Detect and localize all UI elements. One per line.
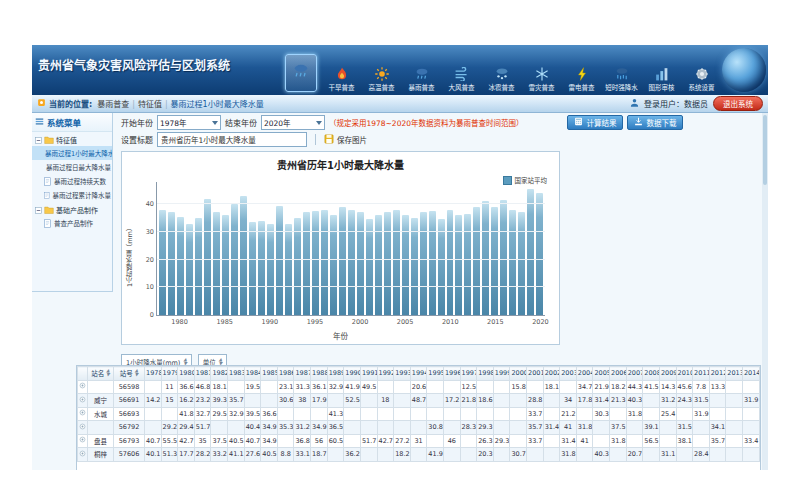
- value-cell: [460, 407, 477, 421]
- nav-item-label: 短时强降水: [605, 82, 638, 92]
- year-header-1986[interactable]: 1986: [277, 367, 294, 381]
- year-header-1992[interactable]: 1992: [377, 367, 394, 381]
- nav-item-hail[interactable]: 冰雹普查: [483, 66, 520, 92]
- nav-item-gear[interactable]: 系统设置: [683, 66, 720, 92]
- value-cell: [410, 407, 427, 421]
- scrollbar-thumb[interactable]: [763, 115, 767, 185]
- vertical-scrollbar[interactable]: [762, 113, 768, 470]
- user-icon: [630, 98, 639, 109]
- year-header-1989[interactable]: 1989: [327, 367, 344, 381]
- year-header-1993[interactable]: 1993: [394, 367, 411, 381]
- value-cell: [145, 421, 162, 435]
- value-cell: 30.3: [593, 407, 610, 421]
- tree-item[interactable]: 暴雨过程1小时最大降水量: [32, 146, 112, 160]
- value-cell: 40.1: [145, 448, 162, 462]
- download-data-button[interactable]: 数据下载: [627, 115, 683, 130]
- value-cell: 32.9: [228, 407, 245, 421]
- year-header-1981[interactable]: 1981: [194, 367, 211, 381]
- nav-item-flame[interactable]: 干旱普查: [323, 66, 360, 92]
- tree-item[interactable]: 暴雨过程日最大降水量: [32, 160, 112, 174]
- end-year-label: 结束年份: [225, 117, 257, 128]
- nav-item-rain[interactable]: 暴雨普查: [403, 66, 440, 92]
- value-cell: 32.9: [327, 380, 344, 394]
- y-tick-label: 40: [139, 200, 154, 208]
- breadcrumb-item[interactable]: 暴雨过程1小时最大降水量: [171, 100, 264, 109]
- row-select-radio[interactable]: [79, 383, 86, 391]
- year-header-1979[interactable]: 1979: [161, 367, 178, 381]
- station-id-header[interactable]: 站号▲▼: [114, 367, 145, 381]
- logout-button[interactable]: 退出系统: [713, 96, 763, 111]
- year-header-1997[interactable]: 1997: [460, 367, 477, 381]
- year-header-2011[interactable]: 2011: [693, 367, 710, 381]
- value-cell: 21.8: [460, 394, 477, 408]
- nav-item-heavyrain[interactable]: 短时强降水: [603, 66, 640, 92]
- value-cell: [427, 380, 444, 394]
- table-row: 威宁5669114.21516.223.239.335.730.63817.95…: [78, 394, 760, 408]
- nav-item-chart[interactable]: 图形审核: [643, 66, 680, 92]
- chart-title-input[interactable]: [157, 132, 307, 147]
- end-year-select[interactable]: 2020年: [261, 115, 325, 130]
- breadcrumb-item[interactable]: 特征值: [138, 100, 162, 109]
- year-header-2006[interactable]: 2006: [610, 367, 627, 381]
- year-header-1988[interactable]: 1988: [311, 367, 328, 381]
- year-header-1980[interactable]: 1980: [178, 367, 195, 381]
- year-header-2003[interactable]: 2003: [560, 367, 577, 381]
- year-header-1978[interactable]: 1978: [145, 367, 162, 381]
- nav-item-snow[interactable]: 雪灾普查: [523, 66, 560, 92]
- year-header-2012[interactable]: 2012: [709, 367, 726, 381]
- year-header-1998[interactable]: 1998: [477, 367, 494, 381]
- year-header-1994[interactable]: 1994: [410, 367, 427, 381]
- row-select-radio[interactable]: [79, 424, 86, 432]
- sidebar: 系统菜单 特征值暴雨过程1小时最大降水量暴雨过程日最大降水量暴雨过程持续天数暴雨…: [32, 113, 113, 292]
- tree-group[interactable]: 基础产品制作: [32, 202, 112, 216]
- value-cell: [477, 380, 494, 394]
- value-cell: [726, 407, 743, 421]
- start-year-select[interactable]: 1978年: [157, 115, 221, 130]
- year-header-2009[interactable]: 2009: [659, 367, 676, 381]
- tree-item[interactable]: 暴雨过程持续天数: [32, 174, 112, 188]
- year-header-2001[interactable]: 2001: [527, 367, 544, 381]
- nav-item-wind[interactable]: 大风普查: [443, 66, 480, 92]
- year-header-1982[interactable]: 1982: [211, 367, 228, 381]
- value-cell: 31.8: [610, 434, 627, 448]
- row-select-radio[interactable]: [79, 397, 86, 405]
- year-header-1995[interactable]: 1995: [427, 367, 444, 381]
- station-name-header[interactable]: 站名▲▼: [88, 367, 114, 381]
- year-header-2007[interactable]: 2007: [626, 367, 643, 381]
- year-header-2002[interactable]: 2002: [543, 367, 560, 381]
- calculate-button[interactable]: 计算结果: [567, 115, 623, 130]
- year-header-1991[interactable]: 1991: [360, 367, 377, 381]
- value-cell: [593, 421, 610, 435]
- year-header-1985[interactable]: 1985: [261, 367, 278, 381]
- year-header-2000[interactable]: 2000: [510, 367, 527, 381]
- row-select-radio[interactable]: [79, 451, 86, 459]
- bar-2018: [518, 212, 525, 315]
- year-header-1999[interactable]: 1999: [493, 367, 510, 381]
- value-cell: 19.5: [244, 380, 261, 394]
- tree-item[interactable]: 暴雨过程累计降水量: [32, 188, 112, 202]
- breadcrumb-item[interactable]: 暴雨普查: [97, 100, 129, 109]
- year-header-2005[interactable]: 2005: [593, 367, 610, 381]
- nav-item-bolt[interactable]: 雷电普查: [563, 66, 600, 92]
- year-header-1987[interactable]: 1987: [294, 367, 311, 381]
- nav-item-sun[interactable]: 高温普查: [363, 66, 400, 92]
- year-header-2004[interactable]: 2004: [576, 367, 593, 381]
- table-row: 565981136.646.818.119.523.131.336.132.94…: [78, 380, 760, 394]
- save-image-button[interactable]: 保存图片: [324, 134, 367, 146]
- year-header-1983[interactable]: 1983: [228, 367, 245, 381]
- year-header-2010[interactable]: 2010: [676, 367, 693, 381]
- bar-1987: [240, 196, 247, 315]
- year-header-1996[interactable]: 1996: [443, 367, 460, 381]
- row-select-radio[interactable]: [79, 437, 86, 445]
- year-header-2008[interactable]: 2008: [643, 367, 660, 381]
- value-cell: 36.1: [311, 380, 328, 394]
- tree-item[interactable]: 普查产品制作: [32, 216, 112, 230]
- row-select-radio[interactable]: [79, 410, 86, 418]
- year-header-2013[interactable]: 2013: [726, 367, 743, 381]
- active-module-box[interactable]: [285, 54, 317, 92]
- year-header-1990[interactable]: 1990: [344, 367, 361, 381]
- year-header-1984[interactable]: 1984: [244, 367, 261, 381]
- value-cell: 29.2: [161, 421, 178, 435]
- tree-group[interactable]: 特征值: [32, 132, 112, 146]
- year-header-2014[interactable]: 2014: [742, 367, 759, 381]
